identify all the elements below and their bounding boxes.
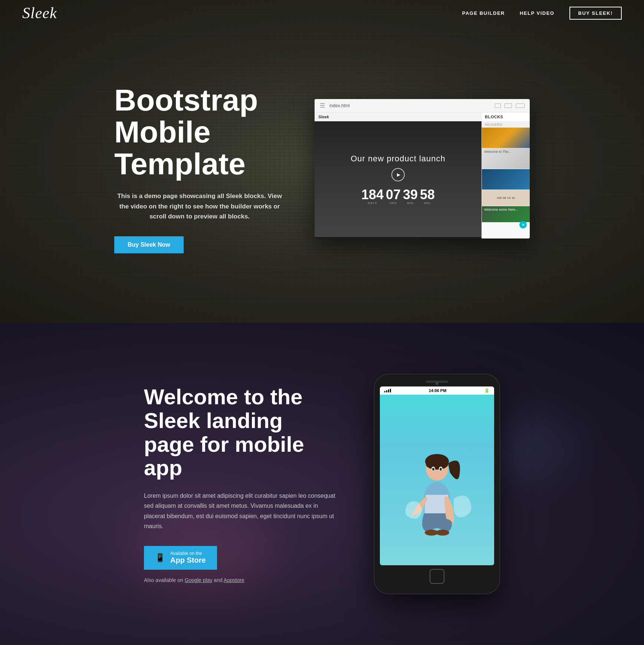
browser-body: Sleek Our new product launch 184 DAYS 07… — [315, 112, 530, 238]
countdown-min: 39 MIN — [403, 188, 418, 205]
hero-section: Sleek PAGE BUILDER HELP VIDEO BUY SLEEK!… — [0, 0, 644, 323]
mobile-app-section: Welcome to the Sleek landing page for mo… — [0, 323, 644, 645]
countdown-sec: 58 SEC — [420, 188, 435, 205]
svg-point-9 — [436, 530, 449, 536]
also-available-text: Also available on Google play and Appsto… — [144, 577, 337, 583]
desktop-icon — [516, 103, 525, 108]
app-store-small-text: Available on the — [170, 551, 206, 556]
browser-preview-content: Our new product launch 184 DAYS 07 HRS — [315, 121, 482, 237]
nav-help-video[interactable]: HELP VIDEO — [520, 10, 555, 16]
browser-inner-nav: Sleek — [315, 112, 482, 121]
navigation: Sleek PAGE BUILDER HELP VIDEO BUY SLEEK! — [0, 0, 644, 26]
google-play-link[interactable]: Google play — [185, 577, 213, 583]
countdown-days-num: 184 — [361, 188, 384, 201]
signal-indicator — [384, 389, 391, 392]
phone-screen: 14:06 PM 🔋 — [380, 386, 494, 565]
app-store-button[interactable]: 📱 Available on the App Store — [144, 546, 217, 570]
browser-device-icons — [495, 103, 525, 108]
signal-bar-4 — [390, 389, 391, 392]
app-store-big-text: App Store — [170, 556, 206, 565]
battery-icon: 🔋 — [484, 388, 490, 393]
mobile-content: Welcome to the Sleek landing page for mo… — [0, 344, 644, 624]
countdown-hrs-num: 07 — [386, 188, 401, 201]
sidebar-section-label: HEADERS — [482, 122, 530, 128]
browser-menu-icon: ☰ — [320, 102, 325, 109]
browser-sidebar: Blocks HEADERS Welcome to The... 1000819… — [482, 112, 530, 238]
phone-time: 14:06 PM — [429, 388, 447, 393]
hero-content: Bootstrap Mobile Template This is a demo… — [0, 84, 644, 253]
browser-url: index.html — [329, 103, 490, 108]
mobile-text-block: Welcome to the Sleek landing page for mo… — [144, 385, 337, 583]
appstore-link[interactable]: Appstore — [224, 577, 244, 583]
hero-text-block: Bootstrap Mobile Template This is a demo… — [114, 84, 285, 253]
phone-icon: 📱 — [155, 553, 165, 563]
countdown-min-num: 39 — [403, 188, 418, 201]
hero-cta-button[interactable]: Buy Sleek Now — [114, 236, 184, 253]
countdown-timer: 184 DAYS 07 HRS 39 MIN — [361, 188, 435, 205]
browser-mockup: ☰ index.html Sleek Our new product launc… — [315, 99, 530, 238]
sidebar-thumbnail-4: 100081910 — [482, 190, 530, 206]
play-button-icon[interactable] — [391, 168, 405, 181]
svg-point-3 — [426, 459, 448, 470]
nav-links: PAGE BUILDER HELP VIDEO BUY SLEEK! — [462, 7, 622, 20]
sidebar-thumbnail-1 — [482, 128, 530, 148]
sidebar-thumbnail-3 — [482, 169, 530, 190]
countdown-hrs: 07 HRS — [386, 188, 401, 205]
sidebar-thumbnail-5: Welcome some Here... — [482, 206, 530, 223]
signal-bar-2 — [386, 390, 387, 392]
browser-main-area: Sleek Our new product launch 184 DAYS 07… — [315, 112, 482, 238]
mobile-title: Welcome to the Sleek landing page for mo… — [144, 385, 337, 480]
signal-bar-3 — [388, 389, 389, 392]
nav-buy-button[interactable]: BUY SLEEK! — [569, 7, 622, 20]
character-illustration — [396, 424, 478, 536]
signal-bar-1 — [384, 391, 385, 392]
sidebar-mini-numbers: 100081910 — [497, 196, 515, 200]
phone-camera — [436, 382, 438, 385]
nav-page-builder[interactable]: PAGE BUILDER — [462, 10, 505, 16]
tablet-icon — [505, 103, 512, 108]
site-logo: Sleek — [22, 4, 57, 22]
countdown-days: 184 DAYS — [361, 188, 384, 205]
app-store-label: Available on the App Store — [170, 551, 206, 565]
browser-toolbar: ☰ index.html — [315, 99, 530, 112]
phone-home-button[interactable] — [430, 569, 444, 584]
sidebar-badge: ✕ — [519, 221, 527, 228]
hero-title: Bootstrap Mobile Template — [114, 84, 285, 180]
countdown-sec-num: 58 — [420, 188, 435, 201]
phone-mockup: 14:06 PM 🔋 — [374, 374, 500, 594]
svg-point-7 — [440, 468, 442, 471]
svg-point-6 — [432, 468, 434, 471]
phone-status-bar: 14:06 PM 🔋 — [380, 386, 494, 395]
mobile-description: Lorem ipsum dolor sit amet adipiscing el… — [144, 491, 337, 531]
preview-title: Our new product launch — [351, 154, 446, 164]
phone-screen-content — [380, 395, 494, 565]
phone-outer-shell: 14:06 PM 🔋 — [374, 374, 500, 594]
sidebar-thumbnail-2: Welcome to The... — [482, 148, 530, 169]
hero-description: This is a demo page showcasing all Sleek… — [114, 191, 285, 221]
mobile-icon — [495, 103, 501, 108]
sidebar-blocks-title: Blocks — [482, 112, 530, 122]
